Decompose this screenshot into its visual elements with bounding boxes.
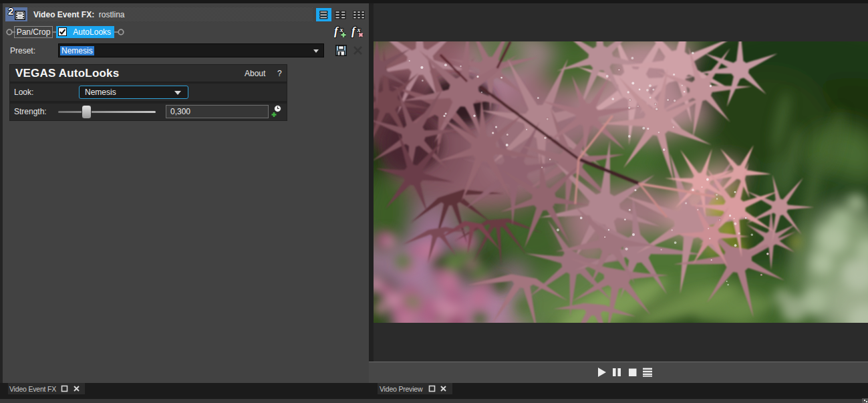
svg-text:f: f	[351, 25, 357, 37]
svg-text:x: x	[339, 26, 343, 33]
svg-text:x: x	[357, 26, 361, 33]
svg-text:f: f	[334, 25, 339, 37]
